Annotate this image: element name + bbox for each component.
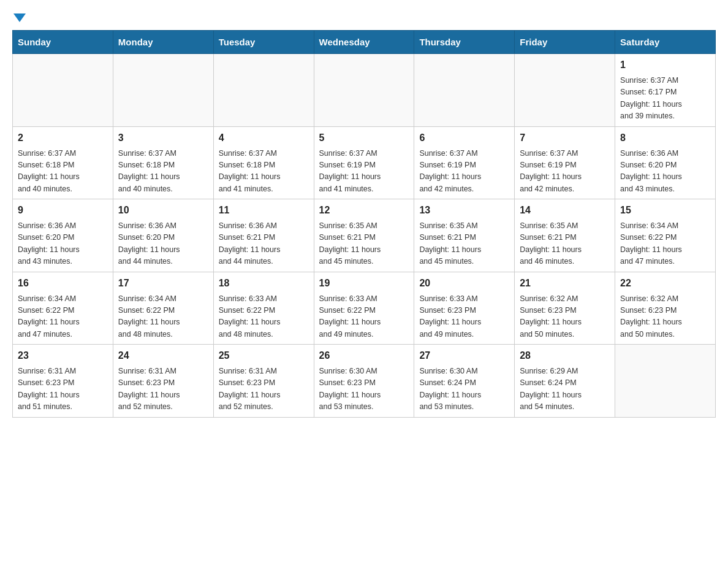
day-info: Sunrise: 6:34 AM Sunset: 6:22 PM Dayligh… [118, 293, 208, 341]
day-info: Sunrise: 6:35 AM Sunset: 6:21 PM Dayligh… [520, 220, 610, 268]
calendar-cell: 23Sunrise: 6:31 AM Sunset: 6:23 PM Dayli… [13, 345, 113, 418]
calendar-week-row: 2Sunrise: 6:37 AM Sunset: 6:18 PM Daylig… [13, 126, 716, 199]
day-number: 13 [419, 203, 509, 218]
day-number: 14 [520, 203, 610, 218]
day-number: 25 [219, 348, 309, 363]
day-info: Sunrise: 6:34 AM Sunset: 6:22 PM Dayligh… [18, 293, 108, 341]
day-number: 2 [18, 131, 108, 145]
day-number: 3 [118, 131, 208, 145]
day-number: 23 [18, 348, 108, 363]
calendar-cell: 13Sunrise: 6:35 AM Sunset: 6:21 PM Dayli… [414, 199, 515, 272]
day-info: Sunrise: 6:31 AM Sunset: 6:23 PM Dayligh… [219, 366, 309, 413]
day-number: 27 [419, 348, 509, 363]
calendar-cell [213, 54, 314, 127]
day-info: Sunrise: 6:36 AM Sunset: 6:20 PM Dayligh… [18, 220, 108, 268]
day-info: Sunrise: 6:31 AM Sunset: 6:23 PM Dayligh… [118, 366, 208, 413]
day-info: Sunrise: 6:37 AM Sunset: 6:18 PM Dayligh… [18, 148, 108, 196]
weekday-header-thursday: Thursday [414, 31, 515, 54]
calendar-cell: 3Sunrise: 6:37 AM Sunset: 6:18 PM Daylig… [113, 126, 213, 199]
day-number: 20 [419, 276, 509, 291]
weekday-header-saturday: Saturday [615, 31, 716, 54]
calendar-cell: 16Sunrise: 6:34 AM Sunset: 6:22 PM Dayli… [13, 272, 113, 345]
day-info: Sunrise: 6:35 AM Sunset: 6:21 PM Dayligh… [419, 220, 509, 268]
calendar-cell: 5Sunrise: 6:37 AM Sunset: 6:19 PM Daylig… [314, 126, 414, 199]
day-info: Sunrise: 6:37 AM Sunset: 6:18 PM Dayligh… [219, 148, 309, 196]
calendar-cell: 19Sunrise: 6:33 AM Sunset: 6:22 PM Dayli… [314, 272, 414, 345]
day-number: 24 [118, 348, 208, 363]
calendar-cell: 11Sunrise: 6:36 AM Sunset: 6:21 PM Dayli… [213, 199, 314, 272]
calendar-cell [414, 54, 515, 127]
weekday-header-row: SundayMondayTuesdayWednesdayThursdayFrid… [13, 31, 716, 54]
day-number: 11 [219, 203, 309, 218]
calendar-cell: 10Sunrise: 6:36 AM Sunset: 6:20 PM Dayli… [113, 199, 213, 272]
day-number: 16 [18, 276, 108, 291]
calendar-cell: 8Sunrise: 6:36 AM Sunset: 6:20 PM Daylig… [615, 126, 716, 199]
weekday-header-wednesday: Wednesday [314, 31, 414, 54]
calendar-cell: 4Sunrise: 6:37 AM Sunset: 6:18 PM Daylig… [213, 126, 314, 199]
calendar-cell: 22Sunrise: 6:32 AM Sunset: 6:23 PM Dayli… [615, 272, 716, 345]
calendar-cell: 26Sunrise: 6:30 AM Sunset: 6:23 PM Dayli… [314, 345, 414, 418]
day-info: Sunrise: 6:37 AM Sunset: 6:19 PM Dayligh… [520, 148, 610, 196]
calendar-cell: 6Sunrise: 6:37 AM Sunset: 6:19 PM Daylig… [414, 126, 515, 199]
day-number: 6 [419, 131, 509, 145]
day-number: 15 [620, 203, 710, 218]
calendar-week-row: 9Sunrise: 6:36 AM Sunset: 6:20 PM Daylig… [13, 199, 716, 272]
calendar-cell: 15Sunrise: 6:34 AM Sunset: 6:22 PM Dayli… [615, 199, 716, 272]
calendar-cell: 28Sunrise: 6:29 AM Sunset: 6:24 PM Dayli… [515, 345, 615, 418]
day-info: Sunrise: 6:37 AM Sunset: 6:17 PM Dayligh… [620, 75, 710, 123]
logo-triangle-icon [13, 13, 26, 22]
calendar-cell [13, 54, 113, 127]
day-number: 9 [18, 203, 108, 218]
calendar-cell: 14Sunrise: 6:35 AM Sunset: 6:21 PM Dayli… [515, 199, 615, 272]
calendar-week-row: 23Sunrise: 6:31 AM Sunset: 6:23 PM Dayli… [13, 345, 716, 418]
calendar-week-row: 1Sunrise: 6:37 AM Sunset: 6:17 PM Daylig… [13, 54, 716, 127]
day-info: Sunrise: 6:33 AM Sunset: 6:23 PM Dayligh… [419, 293, 509, 341]
day-info: Sunrise: 6:36 AM Sunset: 6:20 PM Dayligh… [620, 148, 710, 196]
calendar-cell [515, 54, 615, 127]
day-info: Sunrise: 6:37 AM Sunset: 6:19 PM Dayligh… [419, 148, 509, 196]
day-number: 8 [620, 131, 710, 145]
calendar-cell: 1Sunrise: 6:37 AM Sunset: 6:17 PM Daylig… [615, 54, 716, 127]
day-number: 17 [118, 276, 208, 291]
day-number: 5 [319, 131, 409, 145]
day-info: Sunrise: 6:33 AM Sunset: 6:22 PM Dayligh… [319, 293, 409, 341]
day-info: Sunrise: 6:30 AM Sunset: 6:23 PM Dayligh… [319, 366, 409, 413]
weekday-header-sunday: Sunday [13, 31, 113, 54]
day-number: 10 [118, 203, 208, 218]
day-number: 19 [319, 276, 409, 291]
day-info: Sunrise: 6:35 AM Sunset: 6:21 PM Dayligh… [319, 220, 409, 268]
weekday-header-monday: Monday [113, 31, 213, 54]
calendar-cell: 7Sunrise: 6:37 AM Sunset: 6:19 PM Daylig… [515, 126, 615, 199]
day-info: Sunrise: 6:31 AM Sunset: 6:23 PM Dayligh… [18, 366, 108, 413]
page-header [12, 12, 716, 24]
day-number: 7 [520, 131, 610, 145]
day-info: Sunrise: 6:29 AM Sunset: 6:24 PM Dayligh… [520, 366, 610, 413]
day-info: Sunrise: 6:37 AM Sunset: 6:19 PM Dayligh… [319, 148, 409, 196]
calendar-cell: 24Sunrise: 6:31 AM Sunset: 6:23 PM Dayli… [113, 345, 213, 418]
day-number: 28 [520, 348, 610, 363]
calendar-cell: 25Sunrise: 6:31 AM Sunset: 6:23 PM Dayli… [213, 345, 314, 418]
day-number: 26 [319, 348, 409, 363]
day-info: Sunrise: 6:33 AM Sunset: 6:22 PM Dayligh… [219, 293, 309, 341]
day-number: 1 [620, 58, 710, 72]
calendar-cell: 21Sunrise: 6:32 AM Sunset: 6:23 PM Dayli… [515, 272, 615, 345]
calendar-cell: 17Sunrise: 6:34 AM Sunset: 6:22 PM Dayli… [113, 272, 213, 345]
weekday-header-tuesday: Tuesday [213, 31, 314, 54]
weekday-header-friday: Friday [515, 31, 615, 54]
day-number: 22 [620, 276, 710, 291]
calendar-cell: 18Sunrise: 6:33 AM Sunset: 6:22 PM Dayli… [213, 272, 314, 345]
day-info: Sunrise: 6:30 AM Sunset: 6:24 PM Dayligh… [419, 366, 509, 413]
day-number: 4 [219, 131, 309, 145]
day-info: Sunrise: 6:37 AM Sunset: 6:18 PM Dayligh… [118, 148, 208, 196]
day-number: 18 [219, 276, 309, 291]
calendar-cell [314, 54, 414, 127]
calendar-cell: 9Sunrise: 6:36 AM Sunset: 6:20 PM Daylig… [13, 199, 113, 272]
calendar-cell [615, 345, 716, 418]
day-info: Sunrise: 6:32 AM Sunset: 6:23 PM Dayligh… [620, 293, 710, 341]
calendar-cell: 20Sunrise: 6:33 AM Sunset: 6:23 PM Dayli… [414, 272, 515, 345]
day-info: Sunrise: 6:36 AM Sunset: 6:21 PM Dayligh… [219, 220, 309, 268]
day-number: 21 [520, 276, 610, 291]
day-info: Sunrise: 6:34 AM Sunset: 6:22 PM Dayligh… [620, 220, 710, 268]
calendar-cell [113, 54, 213, 127]
day-info: Sunrise: 6:32 AM Sunset: 6:23 PM Dayligh… [520, 293, 610, 341]
